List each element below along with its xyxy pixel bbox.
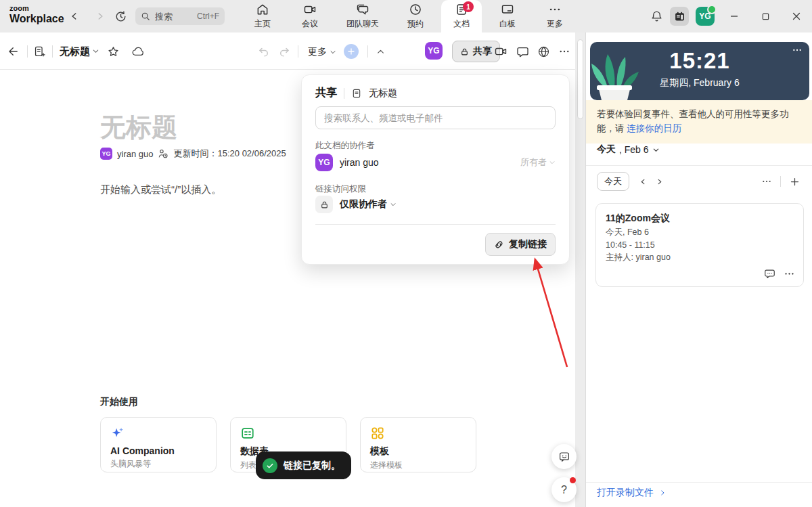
clock-date: 星期四, February 6 bbox=[590, 77, 809, 89]
event-date: 今天, Feb 6 bbox=[606, 227, 794, 238]
tab-whiteboard[interactable]: 白板 bbox=[486, 0, 529, 32]
redo-icon[interactable] bbox=[276, 43, 292, 60]
tab-team-chat[interactable]: 团队聊天 bbox=[336, 0, 390, 32]
link-copied-toast: 链接已复制。 bbox=[256, 451, 351, 479]
help-notification-dot bbox=[570, 477, 576, 483]
prev-day-icon[interactable] bbox=[635, 173, 651, 190]
title-chevron-down-icon[interactable] bbox=[89, 45, 102, 57]
doc-body-placeholder[interactable]: 开始输入或尝试“/”以插入。 bbox=[100, 183, 221, 196]
chat-icon bbox=[356, 3, 369, 16]
next-day-icon[interactable] bbox=[651, 173, 667, 190]
whiteboard-icon bbox=[501, 3, 514, 16]
help-button[interactable]: ? bbox=[551, 477, 577, 502]
comments-icon[interactable] bbox=[514, 43, 531, 60]
history-icon[interactable] bbox=[112, 8, 129, 24]
link-icon bbox=[494, 240, 504, 250]
card-ai-companion[interactable]: AI Companion 头脑风暴等 bbox=[100, 417, 217, 472]
user-avatar[interactable]: YG bbox=[696, 7, 715, 26]
link-access-dropdown[interactable]: 仅限协作者 bbox=[315, 196, 397, 213]
feedback-button[interactable] bbox=[551, 444, 577, 469]
docs-badge: 1 bbox=[463, 1, 474, 12]
copy-link-label: 复制链接 bbox=[509, 238, 547, 250]
avatar-initials: YG bbox=[102, 150, 110, 157]
globe-icon[interactable] bbox=[535, 43, 551, 60]
more-dropdown[interactable]: 更多 bbox=[308, 46, 336, 58]
collaborator-row: YG yiran guo 所有者 bbox=[315, 151, 556, 174]
card-title: 模板 bbox=[370, 445, 466, 458]
dialog-divider bbox=[315, 224, 556, 225]
tab-scheduler[interactable]: 预约 bbox=[394, 0, 437, 32]
event-host: 主持人: yiran guo bbox=[606, 252, 794, 263]
calendar-icon[interactable] bbox=[670, 7, 689, 26]
doc-toolbar: 无标题 更多 YG 共享 bbox=[0, 32, 586, 70]
doc-title-placeholder[interactable]: 无标题 bbox=[100, 110, 177, 145]
meeting-event-card[interactable]: 11的Zoom会议 今天, Feb 6 10:45 - 11:15 主持人: y… bbox=[595, 203, 804, 287]
updated-time: 更新时间：15:20 02/06/2025 bbox=[173, 148, 286, 160]
event-more-icon[interactable] bbox=[784, 268, 795, 280]
day-header-dropdown[interactable]: 今天 , Feb 6 bbox=[597, 144, 660, 156]
star-icon[interactable] bbox=[105, 43, 121, 60]
doc-title-toolbar[interactable]: 无标题 bbox=[60, 45, 90, 58]
doc-back-icon[interactable] bbox=[5, 43, 22, 60]
minimize-button[interactable] bbox=[719, 0, 750, 32]
data-table-icon bbox=[240, 426, 255, 441]
more-label: 更多 bbox=[308, 46, 327, 58]
back-icon[interactable] bbox=[66, 8, 83, 24]
sidebar-hr bbox=[586, 165, 812, 166]
check-circle-icon bbox=[263, 458, 277, 473]
author-name: yiran guo bbox=[117, 149, 153, 159]
doc-more-icon[interactable] bbox=[556, 43, 572, 60]
collaborator-avatar-toolbar[interactable]: YG bbox=[425, 42, 443, 60]
share-search-input[interactable] bbox=[315, 106, 556, 129]
calendar-sidebar: 15:21 星期四, February 6 若要体验回复事件、查看他人的可用性等… bbox=[586, 32, 812, 507]
connect-calendar-banner: 若要体验回复事件、查看他人的可用性等更多功能，请 连接你的日历 bbox=[586, 100, 812, 144]
today-button[interactable]: 今天 bbox=[597, 172, 629, 191]
ai-sparkle-icon bbox=[110, 426, 125, 441]
tab-label: 更多 bbox=[547, 18, 563, 30]
chevron-right-icon bbox=[659, 489, 666, 496]
notifications-bell-icon[interactable] bbox=[646, 5, 667, 27]
doc-scrollbar-thumb[interactable] bbox=[577, 39, 583, 119]
card-subtitle: 选择模板 bbox=[370, 460, 466, 471]
top-bar: zoom Workplace Ctrl+F 主页 会议 bbox=[0, 0, 812, 32]
recordings-label: 打开录制文件 bbox=[597, 487, 654, 499]
doc-scrollbar-track[interactable] bbox=[575, 32, 585, 507]
copy-link-button[interactable]: 复制链接 bbox=[485, 233, 556, 256]
ai-companion-add-icon[interactable] bbox=[344, 44, 359, 59]
tab-docs-active[interactable]: 文档 1 bbox=[441, 0, 482, 32]
tab-home[interactable]: 主页 bbox=[241, 0, 284, 32]
event-chat-icon[interactable] bbox=[764, 268, 775, 280]
tab-label: 主页 bbox=[254, 18, 271, 30]
undo-icon[interactable] bbox=[256, 43, 272, 60]
chevron-down-icon bbox=[652, 146, 660, 154]
doc-meta-row: YG yiran guo 更新时间：15:20 02/06/2025 bbox=[100, 148, 286, 160]
tab-more[interactable]: 更多 bbox=[533, 0, 577, 32]
day-header-bold: 今天 bbox=[597, 144, 616, 156]
day-header-rest: , Feb 6 bbox=[619, 144, 649, 155]
card-templates[interactable]: 模板 选择模板 bbox=[360, 417, 476, 472]
add-event-icon[interactable] bbox=[786, 173, 803, 190]
lock-icon bbox=[460, 47, 469, 56]
global-search[interactable]: Ctrl+F bbox=[135, 7, 225, 25]
question-mark-icon: ? bbox=[561, 484, 567, 496]
forward-icon[interactable] bbox=[92, 8, 108, 24]
close-button[interactable] bbox=[781, 0, 812, 32]
share-doc-name: 无标题 bbox=[369, 87, 397, 100]
collaborator-name: yiran guo bbox=[340, 157, 379, 168]
start-video-icon[interactable] bbox=[493, 43, 509, 60]
calendar-more-icon[interactable] bbox=[759, 173, 775, 190]
search-input[interactable] bbox=[154, 11, 193, 22]
collapse-chevron-up-icon[interactable] bbox=[372, 43, 388, 60]
tab-label: 预约 bbox=[407, 18, 424, 30]
chevron-down-icon bbox=[330, 49, 336, 56]
share-dialog-title: 共享 bbox=[315, 86, 337, 100]
tab-label: 会议 bbox=[302, 18, 318, 30]
lock-icon bbox=[315, 196, 333, 213]
connect-calendar-link[interactable]: 连接你的日历 bbox=[627, 123, 681, 133]
collaborator-role-dropdown[interactable]: 所有者 bbox=[520, 156, 556, 169]
tab-meetings[interactable]: 会议 bbox=[288, 0, 332, 32]
event-time: 10:45 - 11:15 bbox=[606, 240, 794, 250]
new-doc-icon[interactable] bbox=[31, 43, 47, 60]
open-recordings-link[interactable]: 打开录制文件 bbox=[597, 487, 666, 499]
maximize-button[interactable] bbox=[750, 0, 781, 32]
